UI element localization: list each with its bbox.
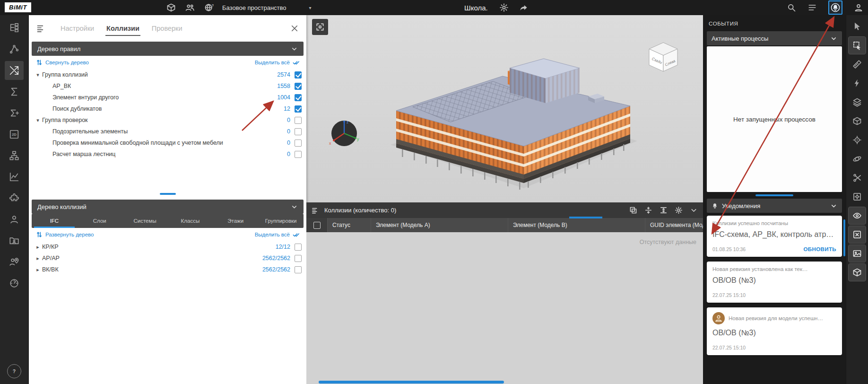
horizontal-scrollbar[interactable] <box>306 380 703 384</box>
tab-checks[interactable]: Проверки <box>146 21 189 36</box>
gear-icon[interactable] <box>499 3 509 12</box>
tree-item[interactable]: Элемент внтури другого 1004 <box>29 92 306 103</box>
axis-gizmo[interactable]: z x y <box>327 116 361 150</box>
close-panel-icon[interactable] <box>290 24 299 33</box>
collision-tab-2[interactable]: Системы <box>122 214 168 228</box>
scissors-button[interactable] <box>849 169 866 186</box>
search-icon[interactable] <box>787 3 796 12</box>
caret-icon[interactable]: ▸ <box>35 244 41 250</box>
gear-icon[interactable] <box>675 206 683 214</box>
collision-tab-1[interactable]: Слои <box>77 214 122 228</box>
refresh-button[interactable]: ОБНОВИТЬ <box>803 246 836 252</box>
clip-box-button[interactable] <box>849 113 866 130</box>
distribute-v-icon[interactable] <box>660 206 668 214</box>
select-all-checkbox[interactable] <box>313 222 321 229</box>
notifications-header[interactable]: Уведомления <box>707 199 842 213</box>
target-button[interactable] <box>849 131 866 148</box>
tree-item-checkbox[interactable] <box>295 94 302 101</box>
sum-button[interactable] <box>5 82 24 101</box>
navigation-cube[interactable]: Сзади Слева <box>644 40 682 79</box>
scrollbar-thumb[interactable] <box>160 193 176 195</box>
tree-item-checkbox[interactable] <box>295 151 302 158</box>
trends-button[interactable] <box>5 167 24 186</box>
notification-card[interactable]: Новая ревизия для модели успешн… ОВ/ОВ (… <box>707 307 842 355</box>
tree-item-checkbox[interactable] <box>295 140 302 147</box>
collapse-tree-button[interactable]: Свернуть дерево <box>36 59 89 66</box>
tree-item[interactable]: АР_ВК 1558 <box>29 80 306 92</box>
user-folder-button[interactable] <box>5 231 24 250</box>
panel-menu-icon[interactable] <box>312 207 319 214</box>
caret-icon[interactable]: ▸ <box>35 255 41 262</box>
box-gear-button[interactable] <box>849 188 866 205</box>
model-tree-button[interactable] <box>5 18 24 37</box>
layers-button[interactable] <box>849 94 866 111</box>
area-select-button[interactable] <box>849 37 866 54</box>
tree-item[interactable]: ▸ ВК/ВК 2562/2562 <box>29 264 306 275</box>
collision-tree-header[interactable]: Дерево коллизий <box>32 200 304 214</box>
tab-collisions[interactable]: Коллизии <box>100 21 146 36</box>
copy-icon[interactable] <box>629 206 637 214</box>
expand-tree-button[interactable]: Развернуть дерево <box>36 231 94 238</box>
plugin-button[interactable] <box>5 189 24 208</box>
tree-item-checkbox[interactable] <box>295 117 302 124</box>
active-processes-header[interactable]: Активные процессы <box>707 31 842 45</box>
tree-item[interactable]: ▸ КР/КР 12/12 <box>29 241 306 253</box>
fullscreen-button[interactable] <box>312 19 328 35</box>
scrollbar-thumb[interactable] <box>319 381 504 384</box>
tree-item[interactable]: ▾ Группа коллизий 2574 <box>29 69 306 80</box>
tree-item[interactable]: Подозрительные элементы 0 <box>29 126 306 137</box>
tab-settings[interactable]: Настройки <box>54 21 100 36</box>
cube-button[interactable] <box>849 264 866 281</box>
bell-icon[interactable] <box>828 0 842 15</box>
image-button[interactable] <box>849 245 866 262</box>
orbit-button[interactable] <box>849 150 866 167</box>
clash-detection-button[interactable] <box>5 61 24 80</box>
column-header[interactable]: Элемент (Модель A) <box>371 218 508 232</box>
chevron-down-icon[interactable] <box>690 206 698 214</box>
route-button[interactable] <box>5 40 24 59</box>
3d-viewport[interactable]: Сзади Слева z x y <box>306 15 703 384</box>
scrollbar-thumb[interactable] <box>569 217 602 218</box>
scheme-button[interactable] <box>5 146 24 165</box>
view-2d-button[interactable]: 2D <box>5 125 24 144</box>
tree-item-checkbox[interactable] <box>295 244 302 251</box>
user-icon[interactable] <box>854 3 863 12</box>
cursor-button[interactable] <box>849 18 866 35</box>
collision-tab-3[interactable]: Классы <box>167 214 213 228</box>
gauge-button[interactable] <box>5 274 24 293</box>
column-header[interactable]: Элемент (Модель B) <box>508 218 645 232</box>
caret-icon[interactable]: ▾ <box>35 72 41 78</box>
user-pin-button[interactable] <box>5 253 24 271</box>
share-icon[interactable] <box>519 3 529 12</box>
help-button[interactable]: ? <box>7 364 21 378</box>
column-header[interactable]: GUID элемента (Модель A) <box>645 218 703 232</box>
tree-item-checkbox[interactable] <box>295 266 302 273</box>
rules-tree-header[interactable]: Дерево правил <box>32 42 304 56</box>
team-icon[interactable] <box>185 3 195 12</box>
workspace-selector[interactable]: Базовое пространство ▾ <box>222 0 312 15</box>
scrollbar-thumb[interactable] <box>755 194 793 196</box>
caret-icon[interactable]: ▸ <box>35 267 41 273</box>
collision-tab-0[interactable]: IFC <box>32 214 77 228</box>
ruler-button[interactable] <box>849 56 866 73</box>
box-x-button[interactable] <box>849 226 866 243</box>
collision-tab-5[interactable]: Группировки <box>258 214 304 228</box>
eye-button[interactable] <box>849 207 866 224</box>
package-icon[interactable] <box>166 3 176 12</box>
align-v-icon[interactable] <box>644 206 652 214</box>
tree-item-checkbox[interactable] <box>295 128 302 135</box>
tree-item-checkbox[interactable] <box>295 105 302 113</box>
list-icon[interactable] <box>807 3 817 12</box>
sum-plus-button[interactable] <box>5 104 24 122</box>
bimit-logo[interactable]: BiMiT <box>5 2 31 12</box>
flash-button[interactable] <box>849 75 866 92</box>
panel-menu-icon[interactable] <box>36 24 46 33</box>
caret-icon[interactable]: ▾ <box>35 117 41 123</box>
select-all-button[interactable]: Выделить всё <box>255 231 299 238</box>
tree-item-checkbox[interactable] <box>295 255 302 262</box>
tree-item[interactable]: Расчет марша лестниц 0 <box>29 148 306 160</box>
column-header[interactable]: Статус <box>327 218 371 232</box>
notification-card[interactable]: Новая ревизия установлена как тек… ОВ/ОВ… <box>707 262 842 303</box>
scrollbar-thumb[interactable] <box>843 219 845 256</box>
tree-item[interactable]: ▾ Группа проверок 0 <box>29 114 306 126</box>
